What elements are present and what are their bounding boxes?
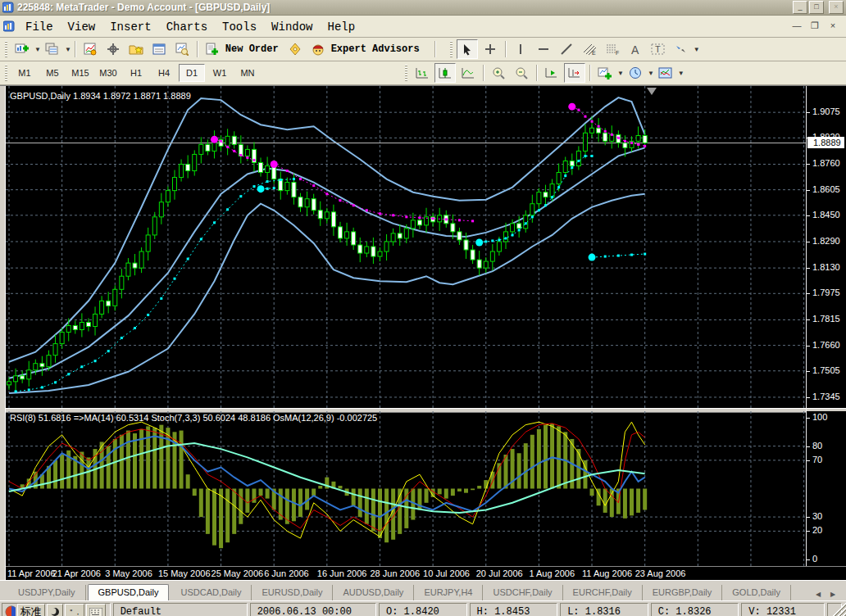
- chart-tab-eurjpy-h4[interactable]: EURJPY,H4: [414, 585, 483, 600]
- trail-down-marker: [339, 199, 342, 202]
- chart-tab-usdchf-daily[interactable]: USDCHF,Daily: [483, 585, 562, 600]
- ime-mode-button[interactable]: 标准: [17, 604, 45, 616]
- profiles-button[interactable]: [42, 39, 63, 59]
- trendline-tool-button[interactable]: [556, 39, 577, 59]
- market-watch-button[interactable]: [80, 39, 101, 59]
- auto-scroll-button[interactable]: [541, 63, 562, 83]
- timeframe-toolbar: M1M5M15M30H1H4D1W1MN ▼ ▼ ▼: [0, 61, 846, 85]
- channel-tool-button[interactable]: E: [579, 39, 600, 59]
- new-chart-dropdown-icon[interactable]: ▼: [34, 46, 41, 53]
- time-axis[interactable]: 11 Apr 200621 Apr 20063 May 200615 May 2…: [6, 566, 846, 580]
- chart-tab-gold-daily[interactable]: GOLD,Daily: [722, 585, 791, 600]
- child-restore-button[interactable]: ❐: [808, 20, 821, 32]
- indicator-canvas[interactable]: [6, 411, 806, 567]
- menu-item-insert[interactable]: Insert: [102, 18, 158, 36]
- timeframe-button-h4[interactable]: H4: [151, 64, 177, 82]
- bar-chart-button[interactable]: [412, 63, 433, 83]
- timeframe-button-mn[interactable]: MN: [234, 64, 261, 82]
- chart-shift-button[interactable]: [564, 63, 585, 83]
- timeframe-button-d1[interactable]: D1: [179, 64, 205, 82]
- timeframe-button-m1[interactable]: M1: [11, 64, 38, 82]
- timeframe-button-w1[interactable]: W1: [207, 64, 233, 82]
- price-scale[interactable]: 1.90751.89201.87601.86051.84501.82901.81…: [807, 86, 846, 408]
- menu-item-window[interactable]: Window: [264, 18, 320, 36]
- new-order-button[interactable]: New Order: [225, 43, 279, 55]
- fibonacci-tool-button[interactable]: F: [602, 39, 623, 59]
- new-order-icon[interactable]: [202, 39, 223, 59]
- navigator-button[interactable]: [125, 39, 147, 59]
- expert-advisors-icon[interactable]: [307, 39, 329, 59]
- profiles-dropdown-icon[interactable]: ▼: [65, 46, 71, 53]
- periods-dropdown-icon[interactable]: ▼: [648, 70, 654, 77]
- trail-up-marker: [54, 381, 57, 383]
- chart-tab-eurusd-daily[interactable]: EURUSD,Daily: [252, 585, 333, 600]
- indicators-button[interactable]: [594, 63, 616, 83]
- data-window-button[interactable]: [102, 39, 124, 59]
- trail-up-marker: [518, 229, 521, 231]
- main-chart-canvas[interactable]: [6, 86, 806, 408]
- close-button[interactable]: ×: [829, 1, 844, 14]
- chart-tab-usdcad-daily[interactable]: USDCAD,Daily: [171, 585, 252, 600]
- menu-item-view[interactable]: View: [61, 18, 103, 36]
- arrows-dropdown-icon[interactable]: ▼: [694, 46, 700, 53]
- resize-grip[interactable]: [833, 603, 846, 616]
- chart-tab-gbpusd-daily[interactable]: GBPUSD,Daily: [88, 584, 170, 600]
- time-tick-label: 20 Jul 2006: [476, 568, 523, 578]
- cursor-tool-button[interactable]: [457, 39, 478, 59]
- ime-fullhalf-button[interactable]: [47, 604, 63, 616]
- chart-tab-usdjpy-daily[interactable]: USDJPY,Daily: [8, 585, 86, 600]
- zoom-out-button[interactable]: [511, 63, 532, 83]
- zoom-in-button[interactable]: [488, 63, 509, 83]
- toolbar-grip[interactable]: [5, 41, 7, 57]
- timeframe-button-m30[interactable]: M30: [95, 64, 121, 82]
- timeframe-button-m15[interactable]: M15: [67, 64, 93, 82]
- expert-advisors-button[interactable]: Expert Advisors: [331, 43, 420, 55]
- strategy-tester-button[interactable]: [171, 39, 193, 59]
- menu-item-tools[interactable]: Tools: [215, 18, 264, 36]
- status-bar-time: 2006.06.13 00:00: [250, 603, 376, 616]
- arrows-tool-button[interactable]: [671, 39, 692, 59]
- menu-item-file[interactable]: File: [18, 18, 61, 36]
- timeframe-button-m5[interactable]: M5: [39, 64, 66, 82]
- minimize-button[interactable]: _: [793, 1, 807, 14]
- child-close-button[interactable]: ×: [826, 20, 839, 32]
- trail-down-marker: [379, 212, 381, 215]
- menu-item-help[interactable]: Help: [321, 18, 363, 36]
- tab-scroll-left-icon[interactable]: ◀: [812, 589, 825, 600]
- chart-tab-eurchf-daily[interactable]: EURCHF,Daily: [563, 585, 643, 600]
- ime-punct-button[interactable]: ＂，: [65, 604, 84, 616]
- toolbar-grip2[interactable]: [450, 41, 453, 57]
- text-tool-button[interactable]: A: [625, 39, 646, 59]
- horizontal-line-tool-button[interactable]: [533, 39, 554, 59]
- trail-up-marker: [174, 278, 176, 280]
- periods-button[interactable]: [625, 63, 646, 83]
- ime-keyboard-button[interactable]: [86, 604, 106, 616]
- metaeditor-button[interactable]: [284, 39, 306, 59]
- chart-region: GBPUSD,Daily 1.8934 1.8972 1.8871 1.8889…: [0, 85, 846, 580]
- trail-up-marker: [239, 195, 242, 197]
- svg-text:F: F: [616, 50, 619, 56]
- tabs: USDJPY,DailyGBPUSD,DailyUSDCAD,DailyEURU…: [8, 584, 791, 600]
- templates-button[interactable]: [655, 63, 676, 83]
- indicator-scale[interactable]: 100807030200: [807, 411, 846, 567]
- candlestick-chart-button[interactable]: [434, 63, 456, 83]
- templates-dropdown-icon[interactable]: ▼: [678, 70, 685, 77]
- line-chart-button[interactable]: [457, 63, 479, 83]
- price-tick-mark: [807, 190, 810, 191]
- timeframe-grip[interactable]: [5, 65, 7, 81]
- chart-tools-grip[interactable]: [405, 65, 407, 81]
- maximize-button[interactable]: □: [809, 1, 824, 14]
- terminal-button[interactable]: [148, 39, 170, 59]
- vertical-line-tool-button[interactable]: [510, 39, 531, 59]
- menu-item-charts[interactable]: Charts: [159, 18, 215, 36]
- ime-icon[interactable]: [5, 605, 16, 616]
- child-minimize-button[interactable]: —: [790, 20, 803, 32]
- crosshair-tool-button[interactable]: [480, 39, 501, 59]
- text-label-tool-button[interactable]: T: [648, 39, 669, 59]
- chart-tab-audusd-daily[interactable]: AUDUSD,Daily: [333, 585, 414, 600]
- chart-tab-eurgbp-daily[interactable]: EURGBP,Daily: [643, 585, 723, 600]
- timeframe-button-h1[interactable]: H1: [123, 64, 149, 82]
- indicators-dropdown-icon[interactable]: ▼: [617, 70, 624, 77]
- new-chart-button[interactable]: [11, 39, 33, 59]
- tab-scroll-right-icon[interactable]: ▶: [826, 589, 839, 600]
